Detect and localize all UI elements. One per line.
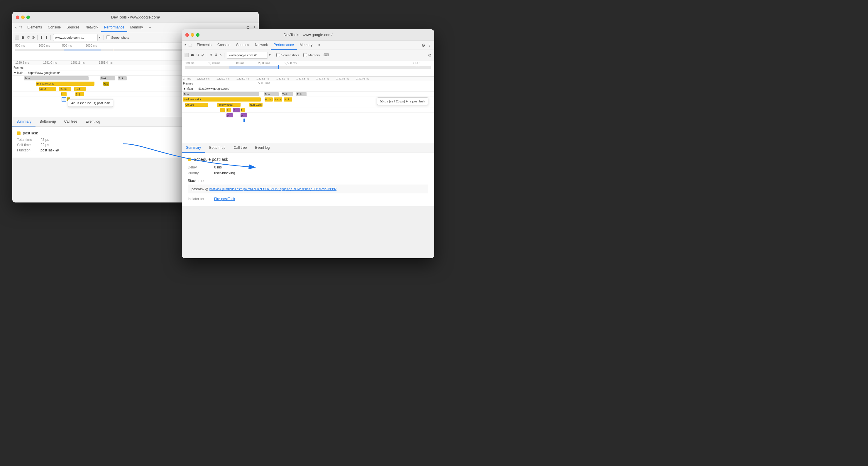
screenshots-check-2[interactable] <box>276 53 280 57</box>
reload-icon-2[interactable]: ↺ <box>196 53 199 57</box>
f-bar-2[interactable]: f <box>220 108 225 112</box>
tab-memory-1[interactable]: Memory <box>127 23 146 32</box>
initiator-key-2: Initiator for <box>188 197 214 201</box>
tab-console-1[interactable]: Console <box>45 23 64 32</box>
tab-elements-1[interactable]: Elements <box>24 23 45 32</box>
stack-trace-link-2[interactable]: postTask @ m=cdos,hsm,jsa,mb4ZUb,cEt90b,… <box>210 187 337 191</box>
dropdown-icon-2[interactable]: ▼ <box>269 53 271 57</box>
upload-icon-1[interactable]: ⬆ <box>40 35 43 39</box>
stack-trace-label-2: Stack trace <box>188 179 205 183</box>
more-icon-2[interactable]: ⋮ <box>428 43 432 48</box>
event-log-tab-2[interactable]: Event log <box>251 143 274 153</box>
p2-bar-2[interactable]: p... <box>226 113 233 117</box>
window-title-1: DevTools - www.google.com/ <box>111 15 160 19</box>
initiator-val-2[interactable]: Fire postTask <box>214 197 235 201</box>
reload-icon-1[interactable]: ↺ <box>27 35 30 39</box>
f-bar-1[interactable]: f <box>61 92 67 96</box>
task-bar-2a[interactable]: Task <box>264 92 279 96</box>
r-bar-2[interactable]: r... <box>226 108 231 112</box>
tab-sources-1[interactable]: Sources <box>64 23 83 32</box>
tab-bar-2: ↖ ⬚ Elements Console Sources Network Per… <box>182 40 434 50</box>
task-bar-main-2[interactable]: Task <box>183 92 259 96</box>
r-bar-1[interactable]: R... <box>103 82 109 86</box>
upload-icon-2[interactable]: ⬆ <box>210 53 213 57</box>
download-icon-2[interactable]: ⬇ <box>214 53 218 57</box>
task-bar-2c[interactable]: T...k <box>296 92 307 96</box>
dotdot-bar-1[interactable]: (...) <box>75 92 84 96</box>
memory-check-2[interactable] <box>303 53 307 57</box>
rs-bar-1[interactable]: R...s <box>74 87 86 91</box>
f2-bar-2[interactable]: f <box>241 108 245 112</box>
close-button-2[interactable] <box>185 33 189 37</box>
memory-label-2: Memory <box>308 53 320 57</box>
tick-2000-1: 2000 ms <box>86 44 109 47</box>
minimize-button-1[interactable] <box>21 16 25 19</box>
task-bar-1[interactable]: Task <box>24 76 89 80</box>
tooltip-2: 55 μs (self 26 μs) Fire postTask <box>377 97 428 105</box>
tick-1000-2: 1,000 ms <box>208 62 235 65</box>
task-bar-2[interactable]: Task <box>100 76 115 80</box>
tiny-bar-2[interactable] <box>244 119 245 122</box>
run-sks-bar-2[interactable]: Run ...sks <box>249 103 262 107</box>
tab-network-2[interactable]: Network <box>252 40 271 50</box>
record-icon-2[interactable]: ⏺ <box>191 53 194 57</box>
anon-bar-2[interactable]: (anonymous) <box>217 103 241 107</box>
tab-sources-2[interactable]: Sources <box>233 40 252 50</box>
tab-performance-1[interactable]: Performance <box>101 23 127 32</box>
priority-key-2: Priority <box>188 171 214 175</box>
settings-icon-2[interactable]: ⚙ <box>422 43 425 48</box>
code-bar-1[interactable]: Co...e <box>39 87 56 91</box>
url-input-2[interactable] <box>227 52 268 59</box>
task-bar-3[interactable]: T...k <box>118 76 127 80</box>
screenshots-check-1[interactable] <box>106 35 110 39</box>
fk-bar-2[interactable]: F...k <box>284 97 292 101</box>
tab-performance-2[interactable]: Performance <box>271 40 297 50</box>
bottom-up-tab-2[interactable]: Bottom-up <box>205 143 229 153</box>
maximize-button-2[interactable] <box>196 33 199 37</box>
clear-icon-2[interactable]: ⊘ <box>201 53 205 57</box>
event-log-tab-1[interactable]: Event log <box>81 117 104 126</box>
maximize-button-1[interactable] <box>26 16 30 19</box>
tick-2500-2: 2,500 ms <box>284 62 302 65</box>
tab-more-2[interactable]: » <box>315 40 323 50</box>
tab-more-1[interactable]: » <box>146 23 154 32</box>
tab-elements-2[interactable]: Elements <box>194 40 214 50</box>
record-icon-1[interactable]: ⏺ <box>21 35 25 39</box>
url-input-1[interactable] <box>53 34 98 41</box>
download-icon-1[interactable]: ⬇ <box>45 35 48 39</box>
home-icon-2[interactable]: ⌂ <box>219 53 222 57</box>
close-button-1[interactable] <box>16 16 19 19</box>
p3-bar-2[interactable]: p... <box>241 113 247 117</box>
collapse-icon-2[interactable]: ▼ <box>183 87 186 90</box>
minimize-button-2[interactable] <box>191 33 194 37</box>
bottom-up-tab-1[interactable]: Bottom-up <box>35 117 60 126</box>
evaluate-script-bar-1[interactable]: Evaluate script <box>36 82 94 86</box>
fi-bar-2[interactable]: Fi...k <box>265 97 273 101</box>
inspector-icon-1: ⬚ <box>19 26 22 30</box>
summary-title-2: Schedule postTask <box>188 157 428 162</box>
evaluate-script-2[interactable]: Evaluate script <box>183 97 261 101</box>
call-tree-tab-2[interactable]: Call tree <box>230 143 251 153</box>
runs-bar-2[interactable]: Ru...s <box>274 97 282 101</box>
screenshots-checkbox-2[interactable]: Screenshots <box>276 53 299 57</box>
collapse-icon-1[interactable]: ▼ <box>13 71 17 75</box>
clear-icon-1[interactable]: ⊘ <box>32 35 35 39</box>
code-bar-2[interactable]: Co...de <box>185 103 208 107</box>
tab-memory-2[interactable]: Memory <box>297 40 315 50</box>
p-bar-2[interactable]: p... <box>233 108 240 112</box>
call-tree-tab-1[interactable]: Call tree <box>60 117 82 126</box>
summary-tab-2[interactable]: Summary <box>182 143 205 153</box>
task-bar-2b[interactable]: Task <box>282 92 293 96</box>
timeline-overview-2[interactable]: 500 ms 1,000 ms 500 ms 2,000 ms 2,500 ms… <box>182 60 434 77</box>
tab-console-2[interactable]: Console <box>214 40 233 50</box>
tab-network-1[interactable]: Network <box>83 23 101 32</box>
settings2-icon-2[interactable]: ⚙ <box>428 53 432 58</box>
summary-tab-1[interactable]: Summary <box>12 117 35 126</box>
dropdown-icon-1[interactable]: ▼ <box>98 36 101 39</box>
memory-checkbox-2[interactable]: Memory <box>303 53 320 57</box>
total-time-val-1: 42 μs <box>40 138 49 142</box>
anon-bar-1[interactable]: (a...s) <box>59 87 71 91</box>
screenshots-checkbox-1[interactable]: Screenshots <box>106 35 129 39</box>
flamechart-2[interactable]: Task Task Task T...k Evaluate script Fi.… <box>182 92 434 143</box>
tick-2000-2: 2,000 ms <box>258 62 284 65</box>
